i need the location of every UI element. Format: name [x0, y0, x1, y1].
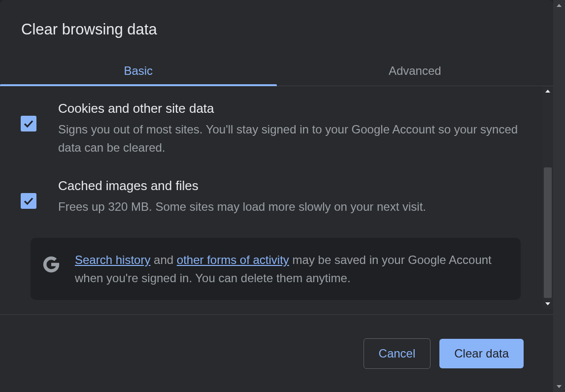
option-cache-desc: Frees up 320 MB. Some sites may load mor… — [58, 197, 534, 216]
option-cache: Cached images and files Frees up 320 MB.… — [21, 178, 534, 216]
info-panel: Search history and other forms of activi… — [31, 238, 521, 300]
dialog-title: Clear browsing data — [0, 0, 553, 38]
option-cookies-desc: Signs you out of most sites. You'll stay… — [58, 120, 534, 157]
inner-scroll-up-icon[interactable] — [542, 86, 553, 96]
info-text: Search history and other forms of activi… — [75, 251, 507, 287]
outer-scroll-up-icon[interactable] — [553, 0, 565, 11]
checkbox-cache[interactable] — [21, 193, 36, 209]
option-cookies: Cookies and other site data Signs you ou… — [21, 101, 534, 157]
inner-scroll-down-icon[interactable] — [542, 299, 553, 309]
tabs: Basic Advanced — [0, 57, 553, 86]
content-scroll: Cookies and other site data Signs you ou… — [0, 86, 553, 300]
info-mid1: and — [150, 253, 176, 266]
content-area: Cookies and other site data Signs you ou… — [0, 86, 553, 309]
tab-basic[interactable]: Basic — [0, 57, 277, 86]
tab-advanced[interactable]: Advanced — [277, 57, 554, 86]
check-icon — [23, 118, 34, 130]
clear-browsing-data-dialog: Clear browsing data Basic Advanced Cooki… — [0, 0, 553, 392]
inner-scroll-thumb[interactable] — [544, 167, 552, 298]
google-icon — [41, 255, 61, 274]
outer-scroll-down-icon[interactable] — [553, 381, 565, 392]
dialog-footer: Cancel Clear data — [0, 314, 553, 392]
checkbox-cookies[interactable] — [21, 116, 36, 131]
link-other-activity[interactable]: other forms of activity — [177, 253, 289, 266]
option-cache-title: Cached images and files — [58, 178, 534, 194]
link-search-history[interactable]: Search history — [75, 253, 150, 266]
outer-scrollbar[interactable] — [553, 0, 565, 392]
option-cache-text: Cached images and files Frees up 320 MB.… — [58, 178, 534, 216]
clear-data-button[interactable]: Clear data — [439, 339, 524, 368]
check-icon — [23, 195, 34, 207]
option-cookies-text: Cookies and other site data Signs you ou… — [58, 101, 534, 157]
cancel-button[interactable]: Cancel — [364, 338, 431, 369]
option-cookies-title: Cookies and other site data — [58, 101, 534, 116]
inner-scrollbar[interactable] — [542, 86, 553, 309]
